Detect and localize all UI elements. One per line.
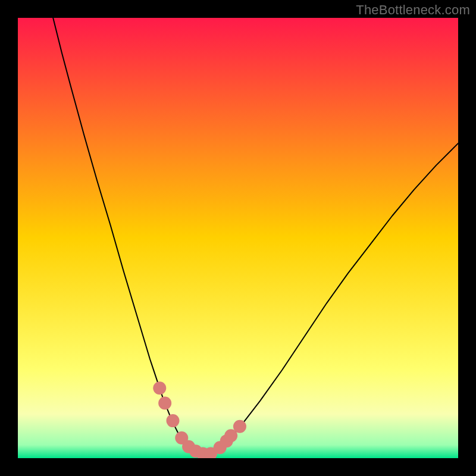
gradient-background <box>18 18 458 458</box>
highlight-dot <box>233 420 246 433</box>
chart-frame: TheBottleneck.com <box>0 0 476 476</box>
plot-area <box>18 18 458 458</box>
highlight-dot <box>153 381 166 394</box>
highlight-dot <box>158 397 171 410</box>
highlight-dot <box>166 414 179 427</box>
watermark-text: TheBottleneck.com <box>356 2 470 18</box>
bottleneck-chart-svg <box>18 18 458 458</box>
